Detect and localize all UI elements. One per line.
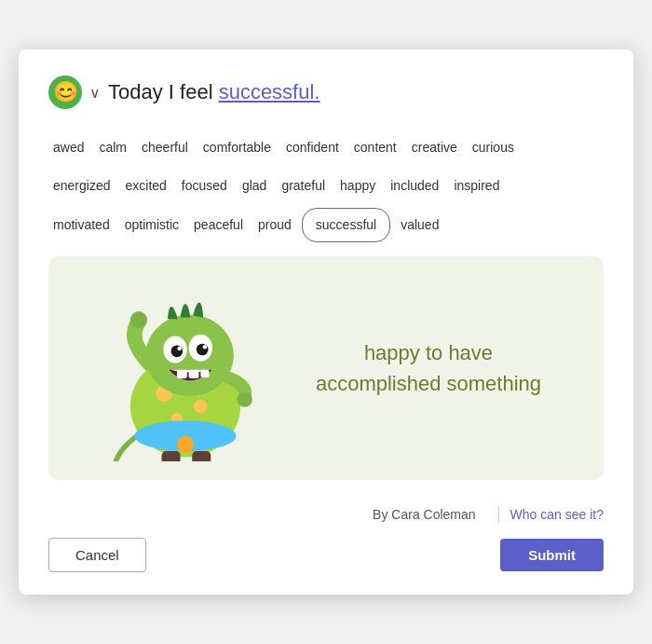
chevron-down-icon[interactable]: ∨	[89, 84, 101, 102]
feeling-item[interactable]: inspired	[449, 168, 504, 204]
illustration-box: happy to have accomplished something	[48, 256, 604, 480]
feeling-item[interactable]: included	[386, 168, 443, 204]
svg-rect-15	[200, 370, 209, 377]
svg-point-10	[197, 343, 209, 355]
feeling-item[interactable]: grateful	[277, 168, 330, 204]
svg-point-9	[170, 345, 183, 357]
submit-button[interactable]: Submit	[500, 539, 604, 571]
feeling-item[interactable]: cheerful	[137, 130, 193, 166]
svg-rect-13	[177, 370, 187, 378]
monster-illustration	[92, 275, 278, 461]
feelings-row-2: energizedexcitedfocusedgladgratefulhappy…	[48, 168, 604, 204]
feeling-item[interactable]: creative	[407, 130, 462, 166]
feeling-item[interactable]: curious	[468, 130, 519, 166]
avatar-emoji: 😊	[53, 80, 78, 104]
feeling-item[interactable]: peaceful	[189, 207, 248, 243]
who-can-see-link[interactable]: Who can see it?	[510, 507, 604, 522]
feelings-row-3: motivatedoptimisticpeacefulproudsuccessf…	[48, 207, 604, 243]
feelings-row-1: awedcalmcheerfulcomfortableconfidentcont…	[48, 130, 604, 166]
header-title-prefix: Today I feel successful.	[108, 80, 319, 104]
svg-point-17	[237, 391, 251, 406]
feeling-item[interactable]: awed	[48, 130, 88, 166]
feelings-section: awedcalmcheerfulcomfortableconfidentcont…	[48, 130, 604, 243]
feeling-item[interactable]: energized	[48, 168, 115, 204]
svg-point-2	[194, 399, 208, 413]
feeling-item[interactable]: comfortable	[198, 130, 276, 166]
svg-rect-18	[161, 451, 180, 461]
svg-rect-21	[192, 451, 211, 461]
svg-point-5	[177, 436, 194, 453]
feeling-item[interactable]: glad	[238, 168, 271, 204]
svg-point-12	[203, 345, 208, 349]
feeling-item[interactable]: focused	[177, 168, 232, 204]
svg-point-16	[130, 311, 147, 328]
illustration-text: happy to have accomplished something	[316, 337, 541, 399]
feeling-item[interactable]: successful	[302, 208, 390, 242]
feeling-item[interactable]: optimistic	[120, 207, 183, 243]
cancel-button[interactable]: Cancel	[48, 538, 146, 572]
modal-dialog: 😊 ∨ Today I feel successful. awedcalmche…	[19, 49, 633, 595]
feeling-item[interactable]: excited	[121, 168, 171, 204]
avatar: 😊	[48, 75, 82, 109]
svg-point-11	[177, 347, 182, 351]
feeling-item[interactable]: calm	[94, 130, 131, 166]
footer-by-label: By Cara Coleman	[373, 507, 476, 522]
feeling-item[interactable]: valued	[396, 207, 443, 243]
header: 😊 ∨ Today I feel successful.	[48, 75, 604, 109]
header-selected-feeling: successful.	[219, 80, 320, 103]
feeling-item[interactable]: content	[349, 130, 401, 166]
svg-rect-14	[189, 370, 199, 378]
feeling-item[interactable]: proud	[253, 207, 296, 243]
footer: By Cara Coleman Who can see it?	[48, 506, 604, 523]
footer-divider	[498, 506, 499, 523]
feeling-item[interactable]: happy	[335, 168, 380, 204]
actions-bar: Cancel Submit	[48, 538, 604, 572]
svg-point-6	[145, 315, 234, 396]
feeling-item[interactable]: motivated	[48, 207, 115, 243]
feeling-item[interactable]: confident	[281, 130, 344, 166]
